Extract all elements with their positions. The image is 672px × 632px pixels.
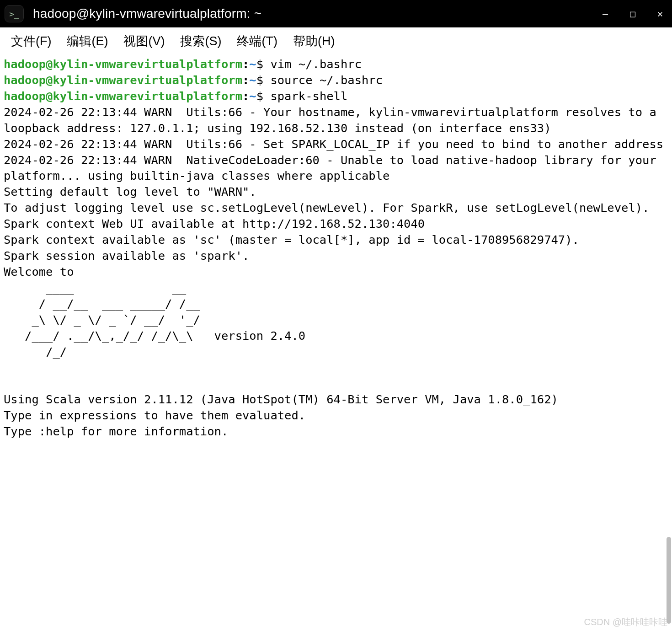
output-line: Spark context Web UI available at http:/… bbox=[4, 217, 425, 230]
minimize-button[interactable]: — bbox=[600, 8, 611, 19]
scrollbar-thumb[interactable] bbox=[667, 537, 671, 624]
output-line: Spark context available as 'sc' (master … bbox=[4, 233, 579, 246]
menu-help[interactable]: 帮助(H) bbox=[293, 33, 335, 49]
output-line: Using Scala version 2.11.12 (Java HotSpo… bbox=[4, 392, 558, 406]
menu-file[interactable]: 文件(F) bbox=[11, 33, 51, 49]
window-titlebar: >_ hadoop@kylin-vmwarevirtualplatform: ~… bbox=[0, 0, 672, 27]
output-line: To adjust logging level use sc.setLogLev… bbox=[4, 201, 649, 214]
command-line: spark-shell bbox=[263, 89, 347, 103]
close-button[interactable]: ✕ bbox=[655, 8, 666, 19]
prompt-path: ~ bbox=[249, 89, 256, 103]
spark-ascii-logo: ____ __ / __/__ ___ _____/ /__ _\ \/ _ \… bbox=[4, 281, 305, 359]
terminal-icon-glyph: >_ bbox=[9, 9, 19, 19]
prompt-colon: : bbox=[242, 73, 249, 87]
prompt-colon: : bbox=[242, 57, 249, 71]
menu-view[interactable]: 视图(V) bbox=[123, 33, 165, 49]
output-line: 2024-02-26 22:13:44 WARN Utils:66 - Set … bbox=[4, 137, 663, 151]
prompt-user-host: hadoop@kylin-vmwarevirtualplatform bbox=[4, 89, 242, 103]
maximize-button[interactable]: □ bbox=[627, 8, 638, 19]
prompt-colon: : bbox=[242, 89, 249, 103]
window-title: hadoop@kylin-vmwarevirtualplatform: ~ bbox=[33, 6, 591, 21]
output-line: Type in expressions to have them evaluat… bbox=[4, 408, 305, 422]
menu-terminal[interactable]: 终端(T) bbox=[237, 33, 277, 49]
prompt-dollar: $ bbox=[256, 57, 263, 71]
command-line: vim ~/.bashrc bbox=[263, 57, 362, 71]
menu-edit[interactable]: 编辑(E) bbox=[67, 33, 108, 49]
prompt-dollar: $ bbox=[256, 73, 263, 87]
prompt-dollar: $ bbox=[256, 89, 263, 103]
output-line: Type :help for more information. bbox=[4, 424, 228, 438]
prompt-path: ~ bbox=[249, 57, 256, 71]
window-controls: — □ ✕ bbox=[600, 8, 666, 19]
prompt-path: ~ bbox=[249, 73, 256, 87]
menu-search[interactable]: 搜索(S) bbox=[180, 33, 221, 49]
command-line: source ~/.bashrc bbox=[263, 73, 383, 87]
terminal-icon: >_ bbox=[5, 5, 24, 22]
watermark-text: CSDN @哇咔哇咔哇 bbox=[584, 616, 667, 628]
output-line: 2024-02-26 22:13:44 WARN Utils:66 - Your… bbox=[4, 105, 663, 135]
prompt-user-host: hadoop@kylin-vmwarevirtualplatform bbox=[4, 57, 242, 71]
terminal-output-area[interactable]: hadoop@kylin-vmwarevirtualplatform:~$ vi… bbox=[0, 54, 672, 439]
output-line: 2024-02-26 22:13:44 WARN NativeCodeLoade… bbox=[4, 153, 663, 183]
prompt-user-host: hadoop@kylin-vmwarevirtualplatform bbox=[4, 73, 242, 87]
output-line: Setting default log level to "WARN". bbox=[4, 185, 256, 198]
output-line: Welcome to bbox=[4, 265, 74, 279]
output-line: Spark session available as 'spark'. bbox=[4, 249, 249, 262]
menu-bar: 文件(F) 编辑(E) 视图(V) 搜索(S) 终端(T) 帮助(H) bbox=[0, 27, 672, 54]
